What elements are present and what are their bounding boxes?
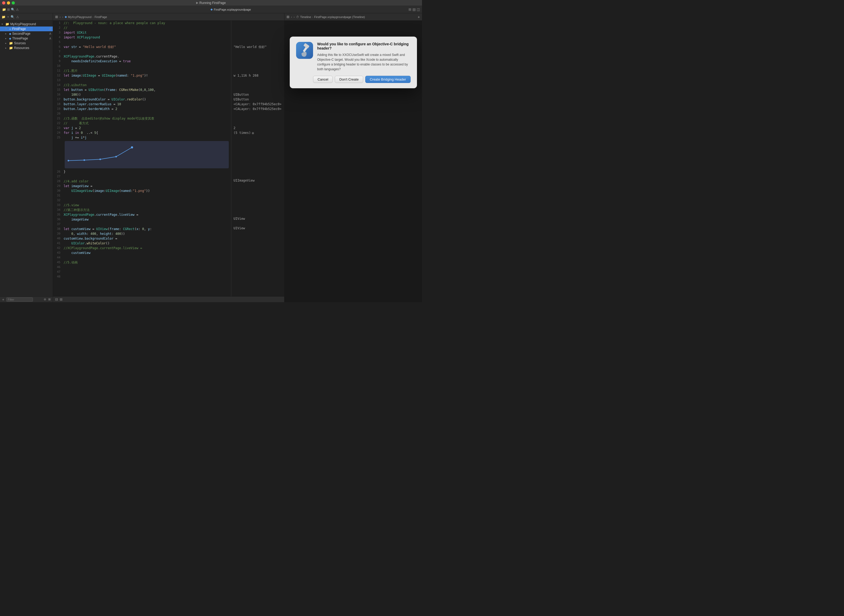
- fullscreen-button[interactable]: [12, 1, 15, 4]
- disclosure-icon: ▸: [5, 32, 8, 35]
- output-value: [232, 88, 284, 92]
- grid-view-icon[interactable]: ⊞: [55, 15, 58, 19]
- code-line: 7: [53, 49, 231, 54]
- code-editor[interactable]: 1 //: Playground - noun: a place where p…: [53, 21, 231, 296]
- add-icon[interactable]: +: [2, 298, 4, 302]
- code-line: 48: [53, 274, 231, 279]
- folder-icon: 📁: [9, 46, 13, 50]
- code-line: 9 needsIndefiniteExecution = true: [53, 59, 231, 64]
- breadcrumb-timeline-page[interactable]: FirstPage.xcplaygroundpage (Timeline): [314, 15, 365, 19]
- code-line: 29 let imageView =: [53, 184, 231, 188]
- sidebar-item-firstpage[interactable]: ▾ ◆ FirstPage A: [0, 26, 53, 31]
- sidebar-item-sources[interactable]: ▸ 📁 Sources: [0, 41, 53, 45]
- current-file-tab: ◆ FirstPage.xcplaygroundpage: [211, 8, 251, 11]
- code-line: 34 //第二种显示方法: [53, 208, 231, 212]
- disclosure-icon: ▸: [5, 37, 8, 40]
- back-icon[interactable]: ‹: [60, 15, 61, 19]
- code-line: 30 UIImageView(image:UIImage(named:"1.pn…: [53, 188, 231, 193]
- output-value: "Hello world 你好": [232, 44, 284, 49]
- code-line: 12 let image:UIImage = UIImage(named: "1…: [53, 73, 231, 78]
- window-title: ▶ Running FirstPage: [196, 1, 226, 5]
- filter-input[interactable]: [6, 298, 33, 302]
- add-icon-right[interactable]: +: [418, 15, 420, 19]
- breadcrumb-timeline[interactable]: Timeline: [300, 15, 311, 19]
- tabbar: 📁 ⊞ 🔍 ⚠ ◆ FirstPage.xcplaygroundpage ⊞ ▤…: [0, 6, 422, 13]
- code-line: 38 let customView = UIView(frame: CGRect…: [53, 227, 231, 232]
- code-line: 18 button.layer.cornerRadius = 10: [53, 102, 231, 107]
- breadcrumb-sep1: ›: [92, 15, 94, 19]
- code-line: 15 let button = UIButton(frame: CGRectMa…: [53, 88, 231, 92]
- code-line: 42 //XCPlaygroundPage.currentPage.liveVi…: [53, 246, 231, 251]
- sidebar-add-icon[interactable]: +: [7, 15, 9, 19]
- back-icon-right[interactable]: ‹: [291, 15, 292, 19]
- code-line: 3 import UIKit: [53, 30, 231, 35]
- breadcrumb-page[interactable]: FirstPage: [95, 15, 107, 19]
- playground-icon: ◆: [64, 15, 67, 19]
- console-toggle-icon[interactable]: ⊟: [55, 298, 58, 301]
- badge: A: [49, 37, 51, 40]
- inspector-icon[interactable]: ▤: [412, 7, 416, 12]
- grid-icon[interactable]: ⊞: [287, 15, 289, 19]
- window-controls[interactable]: [2, 1, 15, 4]
- sidebar-item-label: Resources: [14, 46, 29, 50]
- sidebar-item-resources[interactable]: ▸ 📁 Resources: [0, 45, 53, 50]
- dialog-message: Adding this file to XXOCUseSwift will cr…: [317, 53, 410, 72]
- code-line: 24 for i in 0 ..< 5{: [53, 131, 231, 135]
- sidebar-item-label: Sources: [14, 41, 26, 45]
- code-line: 37: [53, 222, 231, 227]
- disclosure-icon: ▸: [5, 47, 8, 49]
- svg-point-3: [115, 156, 117, 157]
- file-icon: ◆: [9, 32, 11, 35]
- sidebar-item-label: ThreePage: [12, 37, 28, 40]
- close-button[interactable]: [2, 1, 5, 4]
- code-line: 31: [53, 193, 231, 198]
- sidebar-item-myxcyplayground[interactable]: ▾ 📁 MyXcyPlayground: [0, 22, 53, 26]
- bridging-header-dialog: Would you like to configure an Objective…: [290, 37, 417, 88]
- output-value: <CALayer: 0x7ff94b525ec0>: [232, 102, 284, 107]
- code-line: 10: [53, 64, 231, 68]
- code-line: 47: [53, 270, 231, 274]
- code-line: 6 var str = "Hello world 你好": [53, 44, 231, 49]
- dialog-text: Would you like to configure an Objective…: [317, 42, 410, 72]
- split-view-icon[interactable]: ⊞: [409, 7, 412, 12]
- dont-create-button[interactable]: Don't Create: [335, 76, 363, 83]
- output-value: UIView: [232, 216, 284, 221]
- util-icon[interactable]: ◫: [417, 7, 420, 12]
- code-line: 26 }: [53, 169, 231, 174]
- minimize-button[interactable]: [7, 1, 10, 4]
- output-value: w 1,116 h 268: [232, 73, 284, 78]
- output-value: (5 times) ◉: [232, 131, 284, 135]
- output-value: UIButton: [232, 92, 284, 97]
- forward-icon-right[interactable]: ›: [294, 15, 295, 19]
- warning-icon: ⚠: [16, 8, 19, 12]
- sidebar-toolbar: 📁 + 🔍 ⚠: [0, 13, 53, 21]
- code-line: 33 //5.view: [53, 203, 231, 208]
- file-icon: ◆: [9, 27, 11, 31]
- warning-small-icon[interactable]: ⊠: [48, 298, 51, 301]
- sidebar: 📁 + 🔍 ⚠ ▾ 📁 MyXcyPlayground ▾ ◆ FirstPag…: [0, 13, 53, 302]
- code-line: 4 import XCPlayground: [53, 35, 231, 40]
- expand-icon[interactable]: ⊞: [60, 298, 63, 301]
- code-line: 11 //1.图片: [53, 68, 231, 73]
- cancel-button[interactable]: Cancel: [313, 76, 333, 83]
- sidebar-item-threepage[interactable]: ▸ ◆ ThreePage A: [0, 36, 53, 41]
- hierarchy-icon: ⊞: [7, 8, 10, 12]
- breadcrumb-playground[interactable]: MyXcyPlayground: [68, 15, 91, 19]
- code-line: 14 //2.uibutton: [53, 83, 231, 88]
- svg-point-4: [131, 146, 133, 148]
- dialog-buttons: Cancel Don't Create Create Bridging Head…: [296, 76, 410, 83]
- history-icon[interactable]: ⊚: [44, 298, 46, 301]
- dialog-title: Would you like to configure an Objective…: [317, 42, 410, 50]
- code-line: 35 XCPlaygroundPage.currentPage.liveView…: [53, 212, 231, 217]
- code-line: 36 imageView: [53, 217, 231, 222]
- forward-icon[interactable]: ›: [62, 15, 63, 19]
- editor-split: 1 //: Playground - noun: a place where p…: [53, 21, 284, 296]
- sidebar-folder-icon[interactable]: 📁: [1, 15, 6, 19]
- editor-bottom-toolbar: ⊟ ⊞: [53, 296, 284, 302]
- sidebar-search-icon[interactable]: 🔍: [10, 15, 15, 19]
- sidebar-item-secondpage[interactable]: ▸ ◆ SecondPage A: [0, 31, 53, 36]
- sidebar-alert-icon[interactable]: ⚠: [16, 15, 19, 19]
- disclosure-icon: ▸: [5, 42, 8, 44]
- create-bridging-header-button[interactable]: Create Bridging Header: [365, 76, 410, 83]
- folder-icon: 📁: [2, 8, 6, 12]
